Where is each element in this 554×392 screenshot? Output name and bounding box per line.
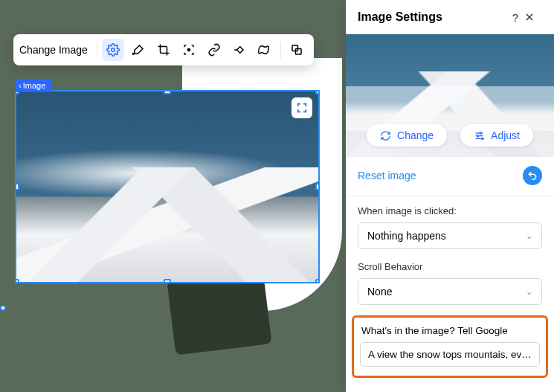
click-behavior-section: When image is clicked: Nothing happens ⌄ (346, 196, 554, 252)
chevron-down-icon: ⌄ (526, 231, 532, 241)
help-button[interactable]: ? (506, 11, 524, 24)
panel-header: Image Settings ? (346, 0, 554, 34)
focus-button[interactable] (178, 39, 200, 61)
svg-point-7 (482, 138, 484, 140)
brush-icon (132, 43, 145, 57)
expand-icon (296, 102, 308, 114)
chevron-left-icon: ‹ (19, 81, 22, 90)
adjust-pill-label: Adjust (491, 129, 520, 141)
svg-point-0 (112, 48, 115, 52)
animation-button[interactable] (228, 39, 251, 61)
focal-icon (182, 43, 196, 57)
bg-dot (0, 305, 6, 311)
toolbar-divider (97, 42, 97, 58)
overlap-icon (290, 43, 303, 57)
brush-button[interactable] (127, 39, 149, 61)
image-settings-panel: Image Settings ? Change Adjust (346, 0, 554, 392)
gear-icon (106, 43, 120, 57)
chevron-down-icon: ⌄ (526, 287, 532, 297)
reset-row: Reset image (346, 157, 554, 196)
scroll-behavior-value: None (367, 286, 392, 298)
breadcrumb-label: Image (23, 81, 46, 90)
change-image-button[interactable]: Change Image (19, 41, 91, 59)
svg-rect-2 (236, 47, 242, 53)
image-preview: Change Adjust (346, 34, 554, 157)
resize-handle[interactable] (315, 90, 320, 94)
resize-handle[interactable] (164, 279, 171, 283)
settings-button[interactable] (102, 39, 124, 61)
alt-text-input[interactable] (360, 342, 540, 367)
click-behavior-label: When image is clicked: (358, 205, 542, 216)
resize-handle[interactable] (15, 183, 19, 190)
change-pill-label: Change (397, 129, 434, 141)
alt-text-section-highlighted: What's in the image? Tell Google (352, 315, 548, 378)
fullscreen-button[interactable] (292, 97, 312, 118)
panel-title: Image Settings (358, 10, 506, 24)
click-behavior-value: Nothing happens (367, 230, 446, 242)
mask-button[interactable] (254, 39, 276, 61)
svg-point-6 (477, 135, 479, 137)
change-pill-button[interactable]: Change (367, 124, 447, 147)
undo-icon (527, 170, 538, 181)
svg-point-5 (480, 132, 482, 134)
sliders-icon (474, 130, 485, 141)
crop-icon (157, 43, 170, 57)
breadcrumb[interactable]: ‹ Image (15, 79, 51, 92)
link-button[interactable] (203, 39, 225, 61)
resize-handle[interactable] (15, 279, 19, 283)
scroll-behavior-label: Scroll Behavior (358, 261, 542, 272)
help-icon: ? (512, 11, 518, 24)
close-button[interactable] (524, 12, 542, 22)
scroll-behavior-select[interactable]: None ⌄ (358, 278, 542, 305)
click-behavior-select[interactable]: Nothing happens ⌄ (358, 222, 542, 249)
resize-handle[interactable] (164, 90, 171, 94)
alt-text-label: What's in the image? Tell Google (360, 325, 540, 336)
reset-image-link[interactable]: Reset image (358, 170, 523, 181)
undo-button[interactable] (523, 166, 542, 185)
svg-point-1 (187, 49, 190, 51)
adjust-pill-button[interactable]: Adjust (460, 124, 533, 147)
resize-handle[interactable] (315, 183, 320, 190)
refresh-icon (380, 130, 391, 141)
scroll-behavior-section: Scroll Behavior None ⌄ (346, 252, 554, 308)
resize-handle[interactable] (315, 279, 320, 283)
toolbar-divider (280, 42, 281, 58)
selected-image-frame[interactable] (15, 90, 320, 283)
animation-icon (233, 43, 246, 57)
close-icon (524, 12, 542, 22)
mask-icon (258, 43, 271, 57)
overlap-button[interactable] (286, 39, 308, 61)
crop-button[interactable] (152, 39, 175, 61)
image-toolbar: Change Image (13, 34, 314, 65)
link-icon (207, 43, 221, 57)
image-content (16, 91, 318, 282)
